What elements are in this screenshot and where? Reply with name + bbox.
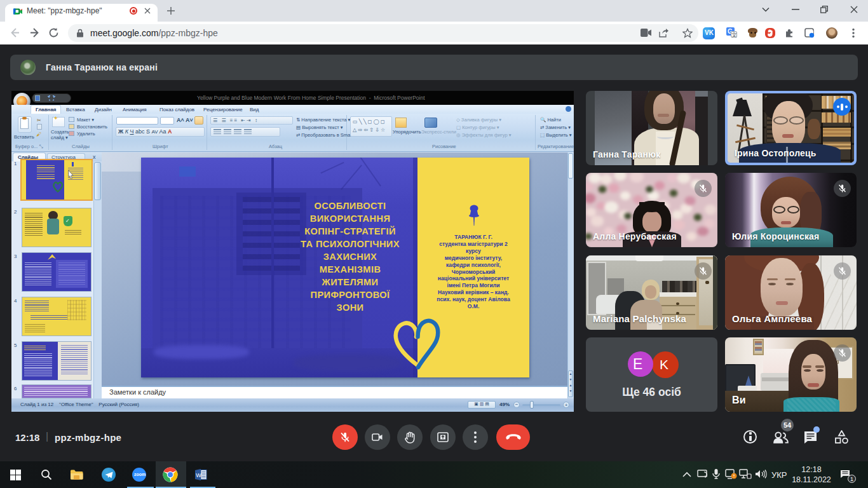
svg-text:W: W [196,472,201,478]
